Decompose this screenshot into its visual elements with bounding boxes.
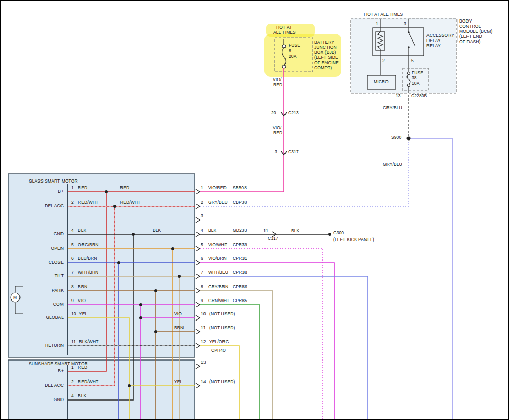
wire-vio-wht-cpr39 — [200, 249, 323, 420]
splice-park — [154, 289, 157, 292]
wire-vio-red-feed — [200, 68, 284, 192]
connector-pin-10 — [196, 315, 200, 321]
connector-pin-13 — [196, 364, 200, 369]
connector-pin-2 — [196, 204, 200, 209]
wire-yel-org-cpr40 — [200, 346, 239, 420]
glass-smart-motor-box — [8, 174, 195, 357]
splice-global-spare — [128, 384, 131, 387]
connector-pin-7 — [196, 274, 200, 279]
connector-pin-12 — [196, 343, 200, 348]
wire-vio-brn-cpr31 — [200, 263, 334, 420]
splice-tilt — [178, 275, 181, 278]
splice-com — [139, 303, 142, 306]
connector-pin-6 — [196, 260, 200, 265]
wire-gry-blu-cbp38 — [200, 140, 409, 206]
splice-com-spare — [139, 316, 142, 319]
fuse38-bottom-terminal — [408, 84, 410, 87]
connector-pin-9 — [196, 302, 200, 307]
connector-pin-4 — [196, 232, 200, 237]
highlighter-marks — [264, 24, 341, 77]
connector-pin-8 — [196, 288, 200, 293]
wire-wht-blu-cpr38 — [200, 276, 368, 420]
wiring-diagram-page: HOT ATALL TIMESFUSE820ABATTERYJUNCTIONBO… — [0, 0, 509, 420]
splice-bplus — [105, 190, 108, 193]
wire-gry-brn-cpr86 — [200, 291, 273, 420]
wire-grn-wht-cpr85 — [200, 305, 260, 420]
sunshade-smart-motor-box — [8, 360, 195, 420]
splice-delacc — [113, 205, 116, 208]
splice-gnd — [132, 233, 135, 236]
connector-pin-5 — [196, 246, 200, 251]
splice-close — [117, 261, 120, 264]
diagram-canvas — [1, 1, 509, 420]
splice-open — [171, 247, 174, 250]
fuse8-bottom-terminal — [282, 65, 286, 68]
connector-symbols — [196, 112, 287, 388]
device-boxes — [8, 174, 195, 420]
bcm-group — [351, 18, 457, 93]
fuse38-top-terminal — [408, 72, 410, 75]
splice-s900 — [407, 137, 411, 141]
wire-gry-blu-s900-branch — [409, 138, 452, 420]
ground-g300 — [328, 233, 331, 236]
splice-park-spare — [154, 330, 157, 333]
highlight-fuse-box — [264, 34, 341, 77]
fuse8-top-terminal — [282, 45, 286, 48]
motor-symbol — [11, 293, 20, 302]
connector-pin-14 — [196, 383, 200, 388]
connector-pin-1 — [196, 189, 200, 194]
connector-pin-3 — [196, 217, 200, 223]
connector-pin-11 — [196, 329, 200, 334]
